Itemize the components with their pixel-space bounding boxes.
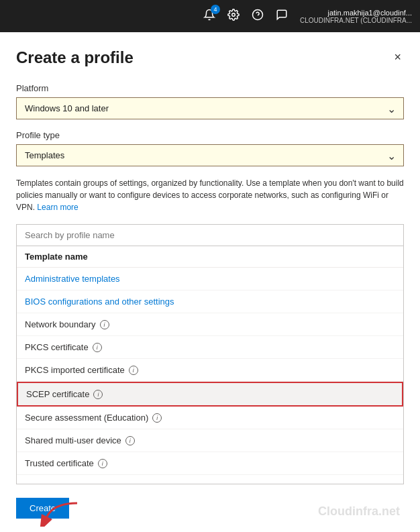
svg-point-0 (232, 13, 235, 17)
list-item-label: Shared multi-user device (25, 435, 121, 445)
profile-type-dropdown-wrapper: Templates (16, 144, 404, 166)
list-item-label: PKCS certificate (25, 342, 89, 352)
chat-icon[interactable] (276, 9, 288, 23)
panel-footer: Create (16, 498, 404, 519)
list-item-label: Administrative templates (25, 274, 120, 284)
platform-field-group: Platform Windows 10 and later (16, 83, 404, 119)
search-input[interactable] (17, 225, 403, 246)
user-name: jatin.makhija1@cloudinf... (327, 9, 412, 17)
list-item[interactable]: Secure assessment (Education)i (17, 407, 403, 429)
info-icon[interactable]: i (98, 459, 107, 468)
list-item[interactable]: PKCS imported certificatei (17, 359, 403, 382)
platform-label: Platform (16, 83, 404, 93)
user-info[interactable]: jatin.makhija1@cloudinf... CLOUDINFRA.NE… (300, 9, 412, 24)
create-profile-panel: Create a profile × Platform Windows 10 a… (0, 32, 420, 532)
top-bar: 4 jatin.makhija1 (0, 0, 420, 32)
help-icon[interactable] (252, 9, 264, 23)
info-icon[interactable]: i (93, 343, 102, 352)
top-bar-icons: 4 jatin.makhija1 (203, 9, 412, 24)
template-list: Template name Administrative templatesBI… (16, 246, 404, 484)
platform-dropdown[interactable]: Windows 10 and later (16, 97, 404, 119)
list-item[interactable]: PKCS certificatei (17, 336, 403, 359)
app-container: 4 jatin.makhija1 (0, 0, 420, 532)
list-header: Template name (17, 246, 403, 268)
profile-type-label: Profile type (16, 130, 404, 140)
close-button[interactable]: × (391, 48, 404, 66)
info-icon[interactable]: i (100, 320, 109, 329)
panel-title: Create a profile (16, 48, 134, 67)
profile-type-field-group: Profile type Templates (16, 130, 404, 166)
list-item-label: Trusted certificate (25, 458, 94, 468)
list-item-label: Secure assessment (Education) (25, 413, 148, 423)
list-item-label: Network boundary (25, 319, 96, 329)
search-wrapper (16, 224, 404, 246)
list-item[interactable]: BIOS configurations and other settings (17, 290, 403, 313)
user-org: CLOUDINFRA.NET (CLOUDINFRA... (300, 17, 412, 24)
list-item-label: BIOS configurations and other settings (25, 297, 174, 307)
arrow-annotation (40, 500, 81, 527)
settings-icon[interactable] (227, 9, 240, 23)
list-item-label: SCEP certificate (26, 389, 89, 399)
list-item[interactable]: Shared multi-user devicei (17, 429, 403, 452)
list-item[interactable]: Administrative templates (17, 268, 403, 290)
list-item-label: PKCS imported certificate (25, 365, 125, 375)
info-icon[interactable]: i (129, 366, 138, 375)
profile-type-dropdown[interactable]: Templates (16, 144, 404, 166)
info-icon[interactable]: i (125, 436, 135, 445)
info-icon[interactable]: i (152, 413, 162, 423)
notification-icon[interactable]: 4 (203, 9, 215, 23)
info-text: Templates contain groups of settings, or… (16, 177, 404, 213)
template-items-container: Administrative templatesBIOS configurati… (17, 268, 403, 475)
info-icon[interactable]: i (93, 390, 103, 399)
list-item[interactable]: SCEP certificatei (17, 382, 403, 407)
notification-badge: 4 (211, 5, 220, 14)
panel-header: Create a profile × (16, 48, 404, 67)
learn-more-link[interactable]: Learn more (37, 203, 78, 212)
platform-dropdown-wrapper: Windows 10 and later (16, 97, 404, 119)
list-item[interactable]: Trusted certificatei (17, 452, 403, 475)
list-item[interactable]: Network boundaryi (17, 313, 403, 336)
